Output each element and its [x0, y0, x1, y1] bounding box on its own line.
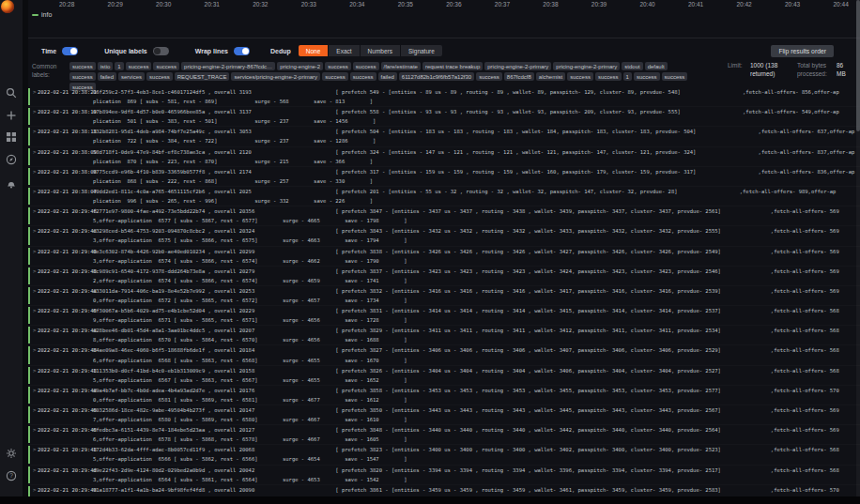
log-level-bar-info — [28, 406, 30, 423]
log-row[interactable]: >2022-02-21 20:29:48d9e22f43-2d9e-4124-8… — [28, 466, 860, 485]
time-axis-tick: 20:28 — [59, 1, 74, 8]
log-timestamp: 2022-02-21 20:38:21 — [38, 87, 90, 97]
log-level-bar-info — [28, 446, 30, 463]
legend-color-swatch — [32, 14, 38, 16]
time-axis-tick: 20:37 — [495, 1, 510, 8]
log-message: e3298ced-b546-4753-9203-094870c8cbc2 , o… — [93, 226, 860, 245]
log-row[interactable]: >2022-02-21 20:29:486f30067a-b5b6-4029-a… — [28, 306, 860, 326]
dedup-option-none[interactable]: None — [299, 45, 329, 56]
query-meta: Limit: 1000 (138 returned) Total bytes p… — [728, 62, 854, 78]
log-timestamp: 2022-02-21 20:38:18 — [38, 127, 90, 136]
log-row[interactable]: >2022-02-21 20:38:0740dd2ed1-811c-4c0a-a… — [28, 187, 860, 206]
log-row[interactable]: >2022-02-21 20:29:48f2771e97-9800-4fae-a… — [28, 206, 860, 226]
log-message: 332b8281-95d1-4deb-a984-74bf7e25a49c , o… — [93, 127, 860, 145]
scrollbar-thumb[interactable] — [856, 0, 860, 131]
log-row[interactable]: >2022-02-21 20:29:48a9a4b7af-bb7c-4b0d-a… — [28, 386, 860, 405]
time-axis-tick: 20:31 — [205, 1, 220, 8]
log-row[interactable]: >2022-02-21 20:38:18332b8281-95d1-4deb-a… — [28, 127, 860, 146]
alerting-bell-icon[interactable] — [6, 177, 17, 189]
dedup-option-exact[interactable]: Exact — [329, 45, 359, 56]
log-message: 6032586d-18ce-482c-9abe-49504b4b273f , o… — [93, 405, 860, 424]
legend-item-info[interactable]: info — [32, 11, 52, 18]
bytes-stat: Total bytes processed: 86 MB — [797, 62, 849, 78]
log-level-bar-info — [28, 346, 30, 363]
time-toggle[interactable] — [62, 47, 78, 55]
log-message: 6f30067a-b5b6-4029-ad75-e4b1cbe52d04 , o… — [93, 306, 860, 325]
log-row[interactable]: >2022-02-21 20:29:48172d4b33-62da-4fff-a… — [28, 445, 860, 465]
log-timestamp: 2022-02-21 20:29:48 — [38, 386, 90, 395]
explore-compass-icon[interactable] — [6, 154, 17, 165]
time-axis-tick: 20:32 — [253, 1, 268, 8]
log-timestamp: 2022-02-21 20:29:48 — [38, 345, 90, 355]
help-icon[interactable]: ? — [6, 470, 17, 481]
log-timestamp: 2022-02-21 20:29:48 — [38, 226, 90, 236]
common-label-chip: 1 — [115, 62, 123, 70]
panel-divider — [28, 38, 860, 38]
time-axis-tick: 20:36 — [446, 1, 461, 8]
time-toggle-label: Time — [41, 48, 56, 54]
logs-panel: 20:2820:2920:3020:3120:3220:3320:3420:35… — [28, 0, 860, 504]
log-level-bar-info — [28, 188, 30, 205]
log-level-bar-info — [28, 307, 30, 324]
log-timestamp: 2022-02-21 20:29:48 — [38, 306, 90, 315]
wrap-lines-toggle-label: Wrap lines — [195, 48, 228, 54]
dashboards-icon[interactable] — [6, 131, 17, 143]
log-message: a28bee46-db01-45d4-a8a1-3aa01bc4ddc5 , o… — [93, 326, 860, 344]
limit-label: Limit: — [728, 62, 746, 78]
dedup-button-group: NoneExactNumbersSignature — [299, 45, 442, 56]
sidebar: ? — [0, 0, 23, 504]
log-timestamp: 2022-02-21 20:38:09 — [38, 147, 90, 157]
log-row[interactable]: >2022-02-21 20:38:0958d718f1-0de9-47e9-8… — [28, 147, 860, 167]
log-timestamp: 2022-02-21 20:29:48 — [38, 485, 90, 495]
common-label-chip: pricing-engine-2-primary — [553, 62, 620, 70]
window-bottom-edge — [0, 496, 860, 504]
time-axis-tick: 20:38 — [543, 1, 558, 8]
dedup-option-numbers[interactable]: Numbers — [361, 45, 400, 56]
search-icon[interactable] — [6, 87, 17, 99]
log-row[interactable]: >2022-02-21 20:38:1907b894ee-9df8-4d57-b… — [28, 107, 860, 127]
grafana-explore-logs: ? 20:2820:2920:3020:3120:3220:3320:3420:… — [0, 0, 860, 504]
dedup-label: Dedup — [270, 48, 291, 54]
log-level-bar-info — [28, 287, 30, 304]
legend-series-label: info — [41, 11, 52, 18]
common-label-chip: stdout — [622, 62, 642, 70]
dedup-option-signature[interactable]: Signature — [401, 45, 442, 56]
common-label-chip: 867fcdcf8 — [504, 72, 534, 81]
log-options-bar: Time Unique labels Wrap lines Dedup None… — [36, 42, 854, 59]
time-axis-tick: 20:30 — [156, 1, 171, 8]
grafana-logo-icon[interactable] — [1, 0, 14, 13]
common-label-chip: pricing-engine-2-primary — [484, 62, 551, 70]
log-row[interactable]: >2022-02-21 20:29:48e3298ced-b546-4753-9… — [28, 226, 860, 246]
common-label-chip: /fare/estimate — [381, 62, 421, 70]
configuration-gear-icon[interactable] — [6, 448, 17, 459]
log-row[interactable]: >2022-02-21 20:38:2106f259c2-57f3-4eb3-8… — [28, 87, 860, 107]
unique-labels-toggle[interactable] — [153, 47, 169, 55]
log-row[interactable]: >2022-02-21 20:29:486032586d-18ce-482c-9… — [28, 405, 860, 425]
log-row[interactable]: >2022-02-21 20:29:486fedbc3a-6151-4439-8… — [28, 425, 860, 445]
log-row[interactable]: >2022-02-21 20:38:089775ccd9-e96b-4f10-b… — [28, 167, 860, 187]
common-labels-title: Common labels: — [32, 62, 69, 79]
time-axis: 20:2820:2920:3020:3120:3220:3320:3420:35… — [59, 1, 849, 8]
create-plus-icon[interactable] — [6, 110, 17, 121]
flip-results-order-button[interactable]: Flip results order — [771, 45, 834, 57]
log-timestamp: 2022-02-21 20:29:48 — [38, 326, 90, 335]
log-row[interactable]: >2022-02-21 20:29:4884ae09a8-46ec-4060-b… — [28, 345, 860, 365]
log-row[interactable]: >2022-02-21 20:29:488c989c91-6540-4172-9… — [28, 267, 860, 286]
common-label-chip: success — [146, 72, 173, 81]
log-row[interactable]: >2022-02-21 20:29:48a33011da-7914-406c-b… — [28, 286, 860, 306]
time-axis-tick: 20:39 — [591, 1, 607, 8]
log-level-bar-info — [28, 88, 30, 105]
time-axis-tick: 20:42 — [736, 1, 751, 8]
log-level-bar-info — [28, 248, 30, 265]
common-label-chip: success — [69, 62, 96, 70]
log-message: 07b894ee-9df8-4d57-b0e0-465966bee85a , o… — [93, 107, 860, 126]
log-row[interactable]: >2022-02-21 20:29:48111353b0-d0cf-41bd-b… — [28, 366, 860, 386]
log-row[interactable]: >2022-02-21 20:29:48a28bee46-db01-45d4-a… — [28, 326, 860, 345]
common-label-chip: pricing-engine-2-primary-867fcdc… — [181, 62, 275, 70]
time-axis-tick: 20:43 — [785, 1, 800, 8]
log-level-bar-info — [28, 327, 30, 344]
common-label-chip: success — [662, 72, 688, 81]
log-message: 172d4b33-62da-4fff-adac-8b0057cd11f9 , o… — [93, 445, 860, 464]
log-row[interactable]: >2022-02-21 20:29:480e3c6302-874b-4426-9… — [28, 247, 860, 267]
wrap-lines-toggle[interactable] — [234, 47, 250, 55]
